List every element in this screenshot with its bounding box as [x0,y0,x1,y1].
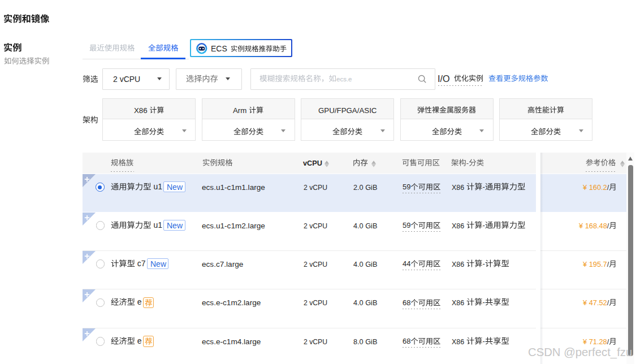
svg-text:ECS: ECS [211,44,227,53]
svg-text:New: New [167,183,183,192]
svg-text:vCPU: vCPU [303,159,322,167]
svg-text:¥ 195.7: ¥ 195.7 [582,260,607,268]
svg-text:¥ 71.28: ¥ 71.28 [582,337,607,346]
svg-text:59: 59 [403,221,410,229]
svg-text:/: / [607,298,609,307]
svg-text:ecs.u1-c1m1.large: ecs.u1-c1m1.large [202,183,265,192]
svg-text:-: - [483,337,485,345]
svg-text:X86: X86 [134,106,149,115]
svg-text:Arm: Arm [233,106,249,115]
svg-text:2 vCPU: 2 vCPU [304,337,327,345]
svg-text:X86: X86 [452,338,466,346]
svg-text:2.0 GiB: 2.0 GiB [353,184,377,192]
svg-text:59: 59 [403,183,410,191]
svg-text:ecs.e-c1m2.large: ecs.e-c1m2.large [202,298,261,307]
svg-text:¥ 47.52: ¥ 47.52 [582,298,607,307]
svg-text:/: / [607,260,609,268]
svg-text:CSDN @perfect_fzu: CSDN @perfect_fzu [528,346,632,359]
svg-text:GPU/FPGA/ASIC: GPU/FPGA/ASIC [318,106,377,115]
svg-text:X86: X86 [452,261,466,268]
svg-text:-: - [483,221,485,229]
svg-text:¥ 168.48: ¥ 168.48 [578,222,607,230]
svg-text:-: - [483,298,485,306]
svg-text:2 vCPU: 2 vCPU [304,260,327,268]
svg-text:ecs.c7.large: ecs.c7.large [202,260,243,268]
svg-text:2 vCPU: 2 vCPU [304,183,327,191]
svg-text:68: 68 [403,337,410,345]
svg-text:ecs.e: ecs.e [336,76,352,83]
svg-text:X86: X86 [452,299,466,307]
svg-text:2 vCPU: 2 vCPU [304,299,327,307]
svg-text:X86: X86 [452,222,466,230]
svg-text:e: e [135,297,142,306]
svg-text:/: / [607,222,609,230]
svg-text:-: - [483,183,485,191]
svg-text:u1: u1 [152,220,163,229]
svg-text:4.0 GiB: 4.0 GiB [353,222,377,230]
svg-text:X86: X86 [452,184,466,192]
svg-text:I/O: I/O [438,73,450,84]
svg-text:2 vCPU: 2 vCPU [113,75,140,84]
svg-text:New: New [167,221,183,230]
svg-text:4.0 GiB: 4.0 GiB [353,299,377,307]
svg-text:u1: u1 [152,182,163,191]
svg-text:e: e [135,336,142,345]
svg-text:¥ 160.2: ¥ 160.2 [582,183,607,192]
svg-text:ecs.e-c1m4.large: ecs.e-c1m4.large [202,337,261,346]
svg-text:68: 68 [403,298,410,307]
svg-text:8.0 GiB: 8.0 GiB [353,338,377,346]
svg-text:-: - [483,259,485,268]
svg-text:ecs.u1-c1m2.large: ecs.u1-c1m2.large [202,222,265,230]
svg-text:2 vCPU: 2 vCPU [304,222,327,229]
svg-text:New: New [150,259,167,268]
svg-text:4.0 GiB: 4.0 GiB [353,261,377,268]
svg-text:c7: c7 [135,259,146,268]
svg-text:/: / [607,337,609,346]
svg-text:44: 44 [403,259,410,268]
svg-text:/: / [607,183,609,192]
svg-text:-: - [466,158,469,167]
